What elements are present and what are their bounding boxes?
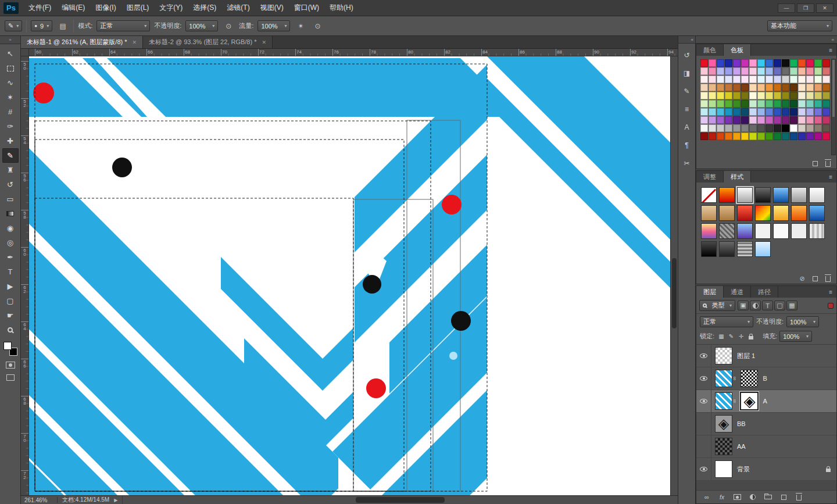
menu-item[interactable]: 文字(Y) (154, 1, 188, 15)
pressure-size-button[interactable]: ⊙ (311, 20, 324, 32)
layer-opacity-select[interactable]: 100% ▾ (786, 316, 819, 327)
style-swatch[interactable] (719, 187, 735, 203)
color-swatch[interactable] (798, 76, 806, 83)
menu-item[interactable]: 选择(S) (188, 1, 221, 15)
document-size-info[interactable]: 文档:4.12M/14.5M (62, 496, 109, 504)
style-swatch[interactable] (737, 187, 753, 203)
style-swatch[interactable] (809, 187, 825, 203)
filter-smart-object-icon[interactable]: ▦ (786, 301, 797, 310)
healing-brush-tool[interactable]: ✚ (2, 134, 19, 148)
layer-comps-panel-icon[interactable]: ≡ (680, 103, 694, 116)
horizontal-scrollbar-thumb[interactable] (356, 497, 445, 503)
flow-select[interactable]: 100% ▾ (257, 20, 290, 31)
layer-mask-thumbnail[interactable]: ◈ (741, 392, 758, 410)
style-swatch[interactable] (773, 205, 789, 221)
character-panel-icon[interactable]: A (680, 121, 694, 134)
layer-visibility-toggle[interactable] (696, 458, 711, 480)
color-swatch[interactable] (717, 100, 724, 108)
tool-preset-picker[interactable]: ✎ ▾ (5, 20, 22, 31)
paragraph-panel-icon[interactable]: ¶ (680, 139, 694, 152)
color-swatch[interactable] (725, 84, 732, 91)
color-swatch[interactable] (725, 108, 732, 116)
menu-item[interactable]: 图像(I) (90, 1, 121, 15)
color-swatch[interactable] (741, 116, 749, 124)
style-swatch[interactable] (701, 223, 717, 239)
color-swatch[interactable] (757, 100, 765, 108)
panel-tab-图层[interactable]: 图层 (696, 286, 724, 298)
filter-pixel-icon[interactable]: ▣ (738, 301, 749, 310)
color-swatch[interactable] (709, 67, 716, 75)
color-swatch[interactable] (757, 84, 765, 91)
color-swatch[interactable] (798, 108, 806, 116)
color-swatch[interactable] (741, 76, 749, 83)
color-swatch[interactable] (774, 133, 781, 140)
eyedropper-tool[interactable]: ✑ (2, 119, 19, 134)
pressure-opacity-button[interactable]: ⊙ (222, 20, 235, 32)
color-swatch[interactable] (709, 133, 716, 140)
minimize-button[interactable]: — (778, 3, 795, 13)
delete-swatch-button[interactable] (824, 160, 831, 167)
brush-preset-picker[interactable]: ● 9 ▾ (31, 20, 52, 31)
color-swatch[interactable] (709, 84, 716, 91)
color-swatch[interactable] (717, 84, 724, 91)
color-swatch[interactable] (822, 108, 830, 116)
color-swatch[interactable] (814, 76, 822, 83)
color-swatch[interactable] (709, 92, 716, 99)
color-swatch[interactable] (700, 67, 708, 75)
color-swatch[interactable] (733, 124, 741, 132)
color-swatch[interactable] (814, 59, 822, 67)
color-swatch[interactable] (725, 124, 732, 132)
color-swatch[interactable] (822, 133, 830, 140)
color-swatch[interactable] (806, 84, 814, 91)
color-swatch[interactable] (806, 92, 814, 99)
color-swatch[interactable] (814, 116, 822, 124)
color-swatch[interactable] (806, 116, 814, 124)
lasso-tool[interactable]: ∿ (2, 76, 19, 90)
color-swatch[interactable] (700, 92, 708, 99)
style-swatch[interactable] (773, 187, 789, 203)
color-swatch[interactable] (733, 76, 741, 83)
tab-close-icon[interactable]: ✕ (262, 40, 266, 45)
clone-stamp-tool[interactable]: ♜ (2, 163, 19, 177)
color-swatch[interactable] (741, 108, 749, 116)
tab-close-icon[interactable]: ✕ (133, 40, 137, 45)
filter-shape-icon[interactable]: ▢ (774, 301, 785, 310)
color-swatch[interactable] (766, 76, 773, 83)
document-tab[interactable]: 未标题-2 @ 93.3% (图层 22, RGB/8) *✕ (143, 36, 273, 48)
color-swatch[interactable] (822, 59, 830, 67)
lock-position-icon[interactable]: ✛ (736, 332, 746, 341)
color-swatch[interactable] (733, 84, 741, 91)
layer-fill-select[interactable]: 100% ▾ (779, 331, 812, 342)
color-swatch[interactable] (822, 100, 830, 108)
zoom-tool[interactable] (2, 323, 19, 337)
zoom-level-field[interactable]: 261.46% (24, 497, 52, 503)
color-swatch[interactable] (709, 108, 716, 116)
color-swatch[interactable] (790, 108, 797, 116)
filter-toggle-icon[interactable] (828, 303, 834, 309)
dodge-tool[interactable]: ◎ (2, 235, 19, 250)
workspace-switcher[interactable]: 基本功能 ▾ (767, 20, 832, 31)
style-swatch[interactable] (719, 205, 735, 221)
color-swatch[interactable] (717, 59, 724, 67)
color-swatch[interactable] (782, 59, 789, 67)
gradient-tool[interactable] (2, 206, 19, 221)
color-swatch[interactable] (725, 92, 732, 99)
color-swatch[interactable] (766, 124, 773, 132)
layer-mask-thumbnail[interactable] (741, 370, 758, 387)
layer-row[interactable]: AA (696, 435, 836, 458)
horizontal-scrollbar[interactable] (122, 496, 678, 504)
menu-item[interactable]: 图层(L) (121, 1, 155, 15)
color-swatch[interactable] (717, 133, 724, 140)
layer-blend-mode-select[interactable]: 正常 ▾ (700, 316, 753, 327)
layer-style-button[interactable]: fx (718, 494, 725, 501)
style-swatch[interactable] (791, 223, 807, 239)
clone-source-panel-icon[interactable]: ✂ (680, 157, 694, 170)
panel-tab-通道[interactable]: 通道 (724, 286, 751, 298)
ruler-origin-corner[interactable] (21, 49, 29, 56)
color-swatch[interactable] (782, 92, 789, 99)
layer-thumbnail[interactable] (715, 392, 732, 410)
color-swatch[interactable] (700, 59, 708, 67)
color-swatch[interactable] (757, 76, 765, 83)
color-swatch[interactable] (790, 59, 797, 67)
color-swatch[interactable] (774, 124, 781, 132)
